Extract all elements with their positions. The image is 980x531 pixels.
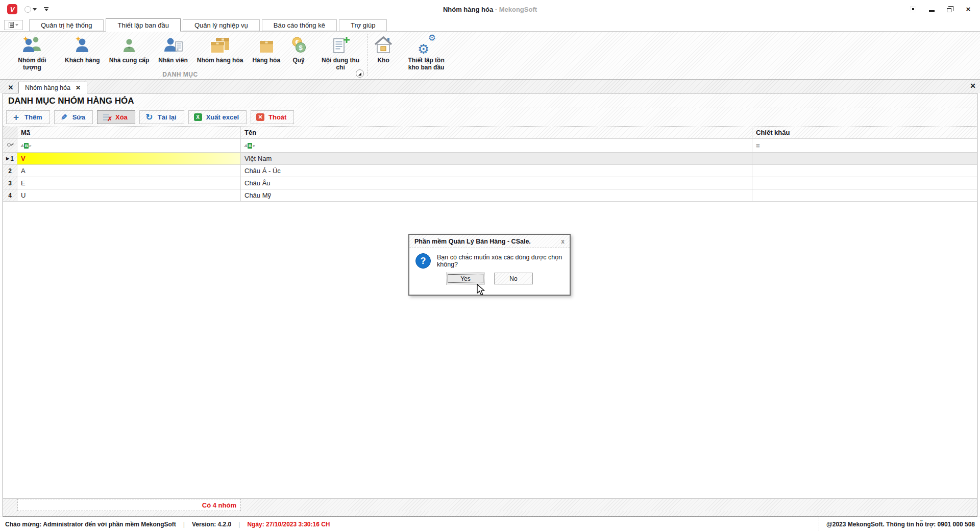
ribbon-item-thiet-lap-ton-kho[interactable]: ⚙ ⚙ Thiết lập tồn kho ban đầu xyxy=(398,35,454,71)
grid-footer-bottom-strip xyxy=(3,511,977,516)
red-x-icon: ✗ xyxy=(107,115,112,123)
doc-tab-label: Nhóm hàng hóa xyxy=(25,84,70,91)
ribbon-item-label: Nhóm đối tượng xyxy=(9,57,56,71)
close-icon: × xyxy=(966,6,971,13)
window-title-suffix: - MekongSoft xyxy=(495,6,537,13)
cell-ten[interactable]: Châu Á - Úc xyxy=(241,165,752,177)
close-button[interactable]: × xyxy=(965,6,972,13)
tab-thiet-lap-ban-dau[interactable]: Thiết lập ban đầu xyxy=(106,18,180,32)
status-right: @2023 MekongSoft. Thông tin hỗ trợ: 0901… xyxy=(819,517,975,531)
cell-chiet-khau[interactable] xyxy=(752,177,977,189)
filter-cell-chiet-khau[interactable]: = xyxy=(752,139,977,152)
exit-button[interactable]: ✕ Thoát xyxy=(251,110,294,124)
cell-ten[interactable]: Châu Mỹ xyxy=(241,189,752,201)
cell-chiet-khau[interactable] xyxy=(752,189,977,201)
no-button[interactable]: No xyxy=(494,273,533,284)
row-indicator: 3 xyxy=(3,177,17,189)
app-window: V Nhóm hàng hóa - MekongSoft × Quả xyxy=(0,0,980,531)
ribbon-item-label: Quỹ xyxy=(292,57,304,64)
add-button-label: Thêm xyxy=(24,113,42,121)
ribbon-collapse-button[interactable] xyxy=(356,69,364,78)
tab-quan-tri-he-thong[interactable]: Quản trị hệ thống xyxy=(29,19,104,31)
abc-b: B xyxy=(24,143,29,149)
dialog-titlebar: Phần mềm Quản Lý Bán Hàng - CSale. x xyxy=(409,235,570,248)
app-menu-tab[interactable] xyxy=(4,20,23,30)
ribbon-item-kho[interactable]: Kho xyxy=(369,35,398,64)
delete-button-label: Xóa xyxy=(115,113,128,121)
chevron-down-icon xyxy=(15,24,18,26)
cell-ma[interactable]: V xyxy=(17,153,241,164)
export-button-label: Xuất excel xyxy=(206,113,239,121)
table-row[interactable]: 2 A Châu Á - Úc xyxy=(3,165,977,177)
table-row[interactable]: ▶1 V Việt Nam xyxy=(3,153,977,165)
status-separator: | xyxy=(238,521,240,528)
circle-icon xyxy=(24,6,31,13)
cell-chiet-khau[interactable] xyxy=(752,165,977,177)
abc-a: A xyxy=(21,143,23,148)
ribbon-item-nhom-doi-tuong[interactable]: Nhóm đối tượng xyxy=(4,35,60,71)
row-indicator: 4 xyxy=(3,189,17,201)
column-header-ten[interactable]: Tên xyxy=(241,127,752,138)
tab-tro-giup[interactable]: Trợ giúp xyxy=(339,19,387,31)
cell-chiet-khau[interactable] xyxy=(752,153,977,164)
add-button[interactable]: + Thêm xyxy=(6,110,50,124)
gear-icon: ⚙ xyxy=(418,41,429,57)
cell-ten[interactable]: Châu Âu xyxy=(241,177,752,189)
delete-button[interactable]: ✗ Xóa xyxy=(97,110,135,124)
close-pane-button[interactable]: ✕ xyxy=(970,82,976,90)
group-count-summary: Có 4 nhóm xyxy=(17,499,241,511)
minimize-button[interactable] xyxy=(928,6,935,13)
mouse-cursor-icon xyxy=(476,284,487,296)
gears-icon: ⚙ ⚙ xyxy=(418,35,435,55)
window-title-text: Nhóm hàng hóa xyxy=(443,6,493,13)
yes-button[interactable]: Yes xyxy=(446,273,485,284)
table-row[interactable]: 3 E Châu Âu xyxy=(3,177,977,189)
ribbon-item-nha-cung-cap[interactable]: Nhà cung cấp xyxy=(105,35,154,64)
filter-cell-ten[interactable]: ABc xyxy=(241,139,752,152)
cell-ma[interactable]: E xyxy=(17,177,241,189)
pencil-icon: ✎ xyxy=(60,113,68,122)
list-icon xyxy=(9,22,14,28)
ribbon-item-label: Nhà cung cấp xyxy=(109,57,150,64)
ribbon-item-nhom-hang-hoa[interactable]: Nhóm hàng hóa xyxy=(192,35,248,64)
ribbon-items: Nhóm đối tượng Khách hàng xyxy=(0,32,980,71)
tab-close-icon[interactable]: ✕ xyxy=(76,84,81,91)
equals-operator-icon: = xyxy=(756,142,760,150)
dialog-close-icon[interactable]: x xyxy=(561,238,565,245)
edit-button[interactable]: ✎ Sửa xyxy=(54,110,93,124)
ribbon-item-noi-dung-thu-chi[interactable]: Nội dung thu chi xyxy=(312,35,369,71)
ribbon-item-label: Hàng hóa xyxy=(252,57,280,64)
reload-button[interactable]: ↻ Tải lại xyxy=(139,110,184,124)
ribbon-item-hang-hoa[interactable]: Hàng hóa xyxy=(248,35,285,64)
ribbon-item-khach-hang[interactable]: Khách hàng xyxy=(60,35,105,64)
column-header-chiet-khau[interactable]: Chiết khấu xyxy=(752,127,977,138)
ribbon-item-label: Nội dung thu chi xyxy=(317,57,364,71)
ribbon-tab-bar: Quản trị hệ thống Thiết lập ban đầu Quản… xyxy=(0,18,980,32)
cell-ten[interactable]: Việt Nam xyxy=(241,153,752,164)
restore-button[interactable] xyxy=(946,6,953,13)
svg-text:$: $ xyxy=(299,44,303,52)
status-separator: | xyxy=(183,521,185,528)
tab-quan-ly-nghiep-vu[interactable]: Quản lý nghiệp vụ xyxy=(183,19,260,31)
collapse-icon xyxy=(358,73,361,76)
dialog-title: Phần mềm Quản Lý Bán Hàng - CSale. xyxy=(414,238,531,245)
filter-cell-ma[interactable]: ABc xyxy=(17,139,241,152)
cell-ma[interactable]: U xyxy=(17,189,241,201)
column-header-ma[interactable]: Mã xyxy=(17,127,241,138)
table-row[interactable]: 4 U Châu Mỹ xyxy=(3,189,977,202)
refresh-icon: ↻ xyxy=(145,113,154,122)
ribbon-item-nhan-vien[interactable]: Nhân viên xyxy=(154,35,192,64)
export-excel-button[interactable]: X Xuất excel xyxy=(188,110,247,124)
fullscreen-button[interactable] xyxy=(910,6,917,13)
cell-ma[interactable]: A xyxy=(17,165,241,177)
ribbon-item-quy[interactable]: € $ Quỹ xyxy=(285,35,312,64)
filter-row-indicator xyxy=(3,139,17,152)
abc-filter-icon: ABc xyxy=(244,143,255,149)
close-all-tabs-button[interactable]: ✕ xyxy=(3,82,18,93)
restore-icon xyxy=(947,8,951,12)
status-version: Version: 4.2.0 xyxy=(192,521,231,528)
customize-toolbar-button[interactable] xyxy=(44,7,48,11)
tab-bao-cao-thong-ke[interactable]: Báo cáo thống kê xyxy=(262,19,337,31)
doc-tab-nhom-hang-hoa[interactable]: Nhóm hàng hóa ✕ xyxy=(18,82,87,93)
quick-access-circle-button[interactable] xyxy=(24,6,37,13)
